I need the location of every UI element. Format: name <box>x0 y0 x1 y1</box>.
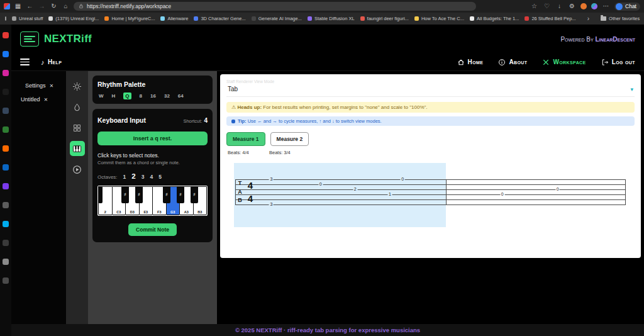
more-menu-icon[interactable]: ⋯ <box>602 0 610 13</box>
fret-number[interactable]: 0 <box>555 187 560 192</box>
rhythm-option-8[interactable]: 8 <box>140 93 142 99</box>
bookmark-icon-only[interactable] <box>5 16 6 21</box>
nav-home[interactable]: Home <box>457 59 484 66</box>
downloads-icon[interactable]: ↓ <box>555 0 564 13</box>
browser-home-icon[interactable]: ⌂ <box>62 0 70 13</box>
fret-number[interactable]: 0 <box>500 192 504 197</box>
pinned-site-icon[interactable] <box>3 126 9 133</box>
bookmark-item[interactable]: How To Ace The C... <box>414 16 464 21</box>
menu-icon[interactable] <box>20 59 30 65</box>
black-key-partial[interactable] <box>98 186 103 203</box>
bookmark-item[interactable]: Unreal stuff <box>12 16 43 21</box>
insert-rest-button[interactable]: Insert a q rest. <box>97 132 208 145</box>
octave-2[interactable]: 2 <box>131 172 135 180</box>
octave-1[interactable]: 1 <box>123 174 126 180</box>
fret-number[interactable]: 0 <box>401 177 405 182</box>
pinned-site-icon[interactable] <box>3 277 9 284</box>
nav-about[interactable]: About <box>498 59 527 66</box>
pinned-site-icon[interactable] <box>3 51 9 57</box>
back-icon[interactable]: ← <box>26 0 34 13</box>
fret-number[interactable]: 1 <box>387 192 392 197</box>
nav-logout[interactable]: Log out <box>601 59 635 66</box>
commit-note-button[interactable]: Commit Note <box>128 223 177 236</box>
other-favorites-button[interactable]: Other favorites <box>601 16 640 21</box>
octave-4[interactable]: 4 <box>150 174 153 180</box>
browser-window: ▦ ← → ↻ ⌂ https://nextriff.netlify.app/w… <box>0 0 644 336</box>
bookmarks-overflow-icon[interactable]: › <box>587 15 589 22</box>
bookmark-item[interactable]: Stable Diffusion XL <box>308 16 355 21</box>
rhythm-option-16[interactable]: 16 <box>150 93 156 99</box>
rhythm-option-32[interactable]: 32 <box>164 93 170 99</box>
nextriff-logo[interactable] <box>20 31 39 47</box>
chevron-down-icon: ▾ <box>630 86 633 92</box>
view-mode-select[interactable]: Tab ▾ <box>226 84 635 97</box>
bookmark-item[interactable]: Home | MyFigureC... <box>104 16 155 21</box>
grid-view-button[interactable] <box>70 120 85 135</box>
staff-renderer-panel: Staff Renderer View Mode Tab ▾ ⚠ Heads u… <box>220 74 641 258</box>
favorites-star-icon[interactable]: ☆ <box>530 0 538 13</box>
brand-title: NEXTRiff <box>44 33 92 45</box>
octave-3[interactable]: 3 <box>142 174 145 180</box>
ink-droplet-button[interactable] <box>70 99 85 115</box>
pinned-site-icon[interactable] <box>3 89 9 95</box>
fret-number[interactable]: 3 <box>269 202 274 207</box>
black-key-dsharp3[interactable]: ♯ <box>135 186 143 203</box>
pinned-site-icon[interactable] <box>3 108 9 114</box>
rhythm-option-64[interactable]: 64 <box>178 93 184 99</box>
refresh-icon[interactable]: ↻ <box>50 0 58 13</box>
fret-number[interactable]: 3 <box>269 177 274 182</box>
bookmark-item[interactable]: Alienware <box>160 16 188 21</box>
doc-tab-untitled[interactable]: Untitled ✕ <box>11 92 66 106</box>
black-key-fsharp3[interactable]: ♯ <box>163 186 170 203</box>
keyboard-hint-primary: Click keys to select notes. <box>97 152 208 159</box>
octave-selector: Octaves: 1 2 3 4 5 <box>97 172 208 180</box>
bookmark-item[interactable]: 26 Stuffed Bell Pep... <box>525 16 575 21</box>
pinned-site-icon[interactable] <box>3 145 9 152</box>
black-key-csharp3[interactable]: ♯ <box>121 186 129 203</box>
black-key-asharp3[interactable]: ♯ <box>191 186 198 203</box>
collections-heart-icon[interactable]: ♡ <box>543 0 551 13</box>
bookmark-favicon <box>48 16 53 21</box>
nav-help[interactable]: ♪ Help <box>41 59 62 66</box>
theme-sun-button[interactable] <box>70 79 85 94</box>
settings-gear-icon[interactable]: ⚙ <box>568 0 576 13</box>
pinned-site-icon[interactable] <box>3 259 9 265</box>
playback-button[interactable] <box>70 162 85 177</box>
beats-row: Beats: 4/4 Beats: 3/4 <box>226 150 635 155</box>
pinned-site-icon[interactable] <box>3 240 9 246</box>
forward-icon[interactable]: → <box>38 0 46 13</box>
rhythm-option-h[interactable]: H <box>112 93 116 99</box>
bookmark-item[interactable]: All Budgets: The 1... <box>470 16 519 21</box>
tab-clef: T A B <box>237 179 243 205</box>
measure-2-button[interactable]: Measure 2 <box>270 132 309 146</box>
close-icon[interactable]: ✕ <box>44 97 48 103</box>
fret-number[interactable]: 2 <box>353 187 357 192</box>
black-key-gsharp3[interactable]: ♯ <box>177 186 184 203</box>
address-bar[interactable]: https://nextriff.netlify.app/workspace <box>74 2 476 11</box>
measure-1-button[interactable]: Measure 1 <box>226 132 265 146</box>
rhythm-option-w[interactable]: W <box>99 93 104 99</box>
octave-5[interactable]: 5 <box>158 174 162 180</box>
bookmark-favicon <box>308 16 312 21</box>
piano-tool-button[interactable] <box>70 141 85 156</box>
pinned-site-icon[interactable] <box>3 32 9 38</box>
fret-number[interactable]: 0 <box>318 182 323 187</box>
pinned-site-icon[interactable] <box>3 202 9 208</box>
bookmark-item[interactable]: faungirl deer figuri... <box>360 16 409 21</box>
rhythm-option-q[interactable]: Q <box>123 92 131 99</box>
pinned-site-icon[interactable] <box>3 70 9 76</box>
bookmark-item[interactable]: (1379) Unreal Engi... <box>48 16 99 21</box>
profile-avatar[interactable] <box>580 3 587 9</box>
close-icon[interactable]: ✕ <box>50 83 54 89</box>
pinned-site-icon[interactable] <box>3 183 9 189</box>
secondary-avatar[interactable] <box>591 3 597 9</box>
nav-workspace[interactable]: Workspace <box>542 59 586 66</box>
browser-app-icon[interactable] <box>4 3 10 9</box>
pinned-site-icon[interactable] <box>3 164 9 171</box>
tab-list-icon[interactable]: ▦ <box>14 0 22 13</box>
pinned-site-icon[interactable] <box>3 221 9 227</box>
bookmark-item[interactable]: 3D Character Gene... <box>194 16 245 21</box>
chat-button[interactable]: Chat <box>614 3 640 11</box>
bookmark-item[interactable]: Generate AI Image... <box>252 16 302 21</box>
doc-tab-settings[interactable]: Settings ✕ <box>11 79 66 92</box>
